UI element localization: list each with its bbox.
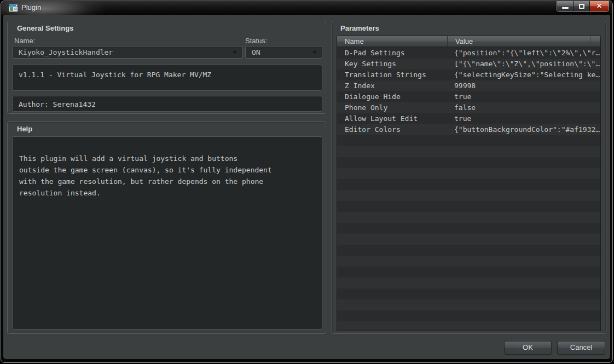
help-text-area[interactable]: This plugin will add a virtual joystick … [12, 136, 322, 330]
parameters-table-body: D-Pad Settings {"position":"{\"left\":\"… [337, 48, 600, 331]
plugin-description-box: v1.1.1 - Virtual Joystick for RPG Maker … [12, 65, 322, 91]
param-name: D-Pad Settings [337, 48, 448, 59]
general-settings-group: General Settings Name: Kiyoko_JoystickHa… [7, 21, 326, 114]
param-value: true [448, 113, 600, 124]
param-value: {"position":"{\"left\":\"2%\",\"r… [448, 48, 600, 59]
plugin-author: Author: Serena1432 [19, 100, 96, 108]
parameters-table: Name Value D-Pad Settings {"position":"{… [337, 36, 601, 331]
column-header-filler [590, 36, 600, 47]
table-row[interactable]: Z Index 99998 [337, 80, 600, 91]
param-value: {"buttonBackgroundColor":"#af1932… [448, 124, 600, 135]
param-value: 99998 [448, 80, 600, 91]
table-row[interactable]: Dialogue Hide true [337, 91, 600, 102]
param-value: true [448, 91, 600, 102]
param-name: Dialogue Hide [337, 91, 448, 102]
param-name: Key Settings [337, 59, 448, 70]
parameters-table-header: Name Value [337, 36, 600, 47]
status-dropdown[interactable]: ON [245, 46, 322, 59]
parameters-group: Parameters Name Value D-Pad Settings {"p… [332, 21, 606, 334]
status-value: ON [246, 47, 322, 58]
table-row[interactable]: Allow Layout Edit true [337, 113, 600, 124]
param-name: Allow Layout Edit [337, 113, 448, 124]
maximize-icon [579, 4, 584, 9]
column-header-name[interactable]: Name [337, 36, 448, 47]
title-bar[interactable]: Plugin ✕ [1, 1, 612, 15]
plugin-author-box: Author: Serena1432 [12, 96, 322, 112]
close-icon: ✕ [590, 2, 609, 10]
table-row[interactable]: Editor Colors {"buttonBackgroundColor":"… [337, 124, 600, 135]
plugin-dialog: General Settings Name: Kiyoko_JoystickHa… [3, 15, 610, 359]
window-title: Plugin [21, 3, 41, 11]
plugin-description: v1.1.1 - Virtual Joystick for RPG Maker … [19, 71, 211, 79]
help-group: Help This plugin will add a virtual joys… [7, 122, 326, 334]
plugin-window: Plugin ✕ General Settings Name: Kiyoko_J… [1, 1, 613, 363]
table-row[interactable]: Phone Only false [337, 102, 600, 113]
ok-button[interactable]: OK [504, 341, 552, 355]
chevron-down-icon [312, 51, 317, 54]
table-row[interactable]: Translation Strings {"selectingKeySize":… [337, 70, 600, 80]
status-label: Status: [245, 37, 267, 45]
general-settings-title: General Settings [17, 24, 73, 32]
param-name: Z Index [337, 80, 448, 91]
cancel-button[interactable]: Cancel [557, 341, 605, 355]
plugin-name-dropdown[interactable]: Kiyoko_JoystickHandler [12, 46, 242, 59]
param-name: Translation Strings [337, 70, 448, 80]
minimize-button[interactable] [557, 1, 574, 11]
close-button[interactable]: ✕ [590, 1, 609, 11]
help-title: Help [17, 125, 32, 133]
minimize-icon [562, 7, 569, 9]
plugin-name-value: Kiyoko_JoystickHandler [13, 47, 242, 58]
parameters-title: Parameters [340, 24, 379, 32]
help-text: This plugin will add a virtual joystick … [19, 154, 272, 197]
param-name: Editor Colors [337, 124, 448, 135]
param-value: ["{\"name\":\"Z\",\"position\":\"… [448, 59, 600, 70]
name-label: Name: [14, 37, 35, 45]
window-controls: ✕ [557, 1, 609, 12]
table-row[interactable]: D-Pad Settings {"position":"{\"left\":\"… [337, 48, 600, 59]
table-row[interactable]: Key Settings ["{\"name\":\"Z\",\"positio… [337, 59, 600, 70]
maximize-button[interactable] [574, 1, 590, 11]
param-name: Phone Only [337, 102, 448, 113]
param-value: {"selectingKeySize":"Selecting ke… [448, 70, 600, 80]
param-value: false [448, 102, 600, 113]
app-icon [9, 4, 18, 12]
chevron-down-icon [233, 51, 237, 54]
column-header-value[interactable]: Value [448, 36, 590, 47]
